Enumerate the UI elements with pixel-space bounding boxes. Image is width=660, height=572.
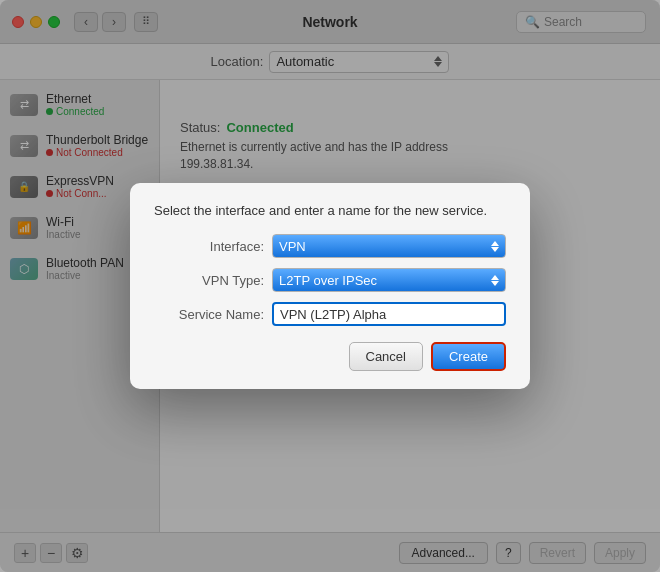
vpn-type-select[interactable]: L2TP over IPSec (272, 268, 506, 292)
create-button[interactable]: Create (431, 342, 506, 371)
modal-dialog: Select the interface and enter a name fo… (130, 183, 530, 389)
modal-buttons: Cancel Create (154, 342, 506, 371)
vpn-type-label: VPN Type: (154, 273, 264, 288)
service-name-label: Service Name: (154, 307, 264, 322)
modal-title: Select the interface and enter a name fo… (154, 203, 506, 218)
interface-value: VPN (279, 239, 306, 254)
cancel-button[interactable]: Cancel (349, 342, 423, 371)
vpn-type-arrow-icon (491, 275, 499, 286)
service-name-input[interactable] (272, 302, 506, 326)
interface-row: Interface: VPN (154, 234, 506, 258)
vpn-type-value: L2TP over IPSec (279, 273, 377, 288)
vpn-type-row: VPN Type: L2TP over IPSec (154, 268, 506, 292)
modal-overlay: Select the interface and enter a name fo… (0, 0, 660, 572)
interface-select[interactable]: VPN (272, 234, 506, 258)
interface-arrow-icon (491, 241, 499, 252)
modal-form: Interface: VPN VPN Type: L2TP over IPSec (154, 234, 506, 326)
service-name-row: Service Name: (154, 302, 506, 326)
interface-label: Interface: (154, 239, 264, 254)
